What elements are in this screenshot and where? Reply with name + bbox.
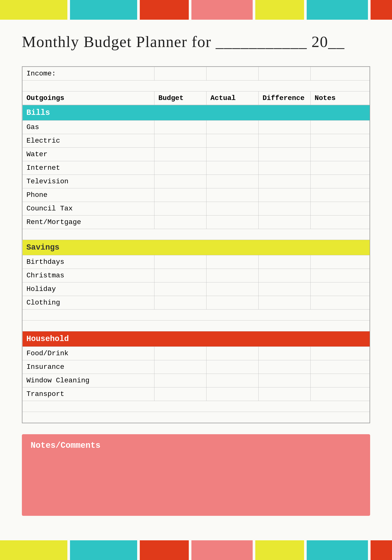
- rent-mortgage-row: Rent/Mortgage: [22, 215, 370, 229]
- header-notes: Notes: [311, 91, 370, 105]
- birthdays-notes: [311, 255, 370, 269]
- income-notes: [311, 67, 370, 80]
- bar-yellow-2: [255, 0, 304, 20]
- clothing-difference: [259, 296, 311, 310]
- birthdays-label: Birthdays: [22, 255, 154, 269]
- water-difference: [259, 148, 311, 161]
- internet-difference: [259, 161, 311, 175]
- income-difference: [259, 67, 311, 80]
- transport-notes: [311, 387, 370, 401]
- christmas-difference: [259, 269, 311, 282]
- internet-notes: [311, 161, 370, 175]
- food-drink-notes: [311, 347, 370, 360]
- council-tax-difference: [259, 202, 311, 215]
- rent-mortgage-budget: [154, 215, 207, 229]
- holiday-notes: [311, 282, 370, 296]
- rent-mortgage-actual: [207, 215, 259, 229]
- rent-mortgage-notes: [311, 215, 370, 229]
- spacer-savings-extra: [22, 310, 370, 320]
- income-actual: [207, 67, 259, 80]
- notes-comments-content[interactable]: [29, 455, 363, 511]
- birthdays-row: Birthdays: [22, 255, 370, 269]
- insurance-label: Insurance: [22, 360, 154, 374]
- bottom-bar-red-2: [371, 540, 392, 560]
- bills-category-header: Bills: [22, 105, 370, 120]
- holiday-budget: [154, 282, 207, 296]
- spacer-household-extra2: [22, 412, 370, 423]
- television-difference: [259, 175, 311, 188]
- clothing-row: Clothing: [22, 296, 370, 310]
- council-tax-actual: [207, 202, 259, 215]
- electric-notes: [311, 134, 370, 148]
- header-actual: Actual: [207, 91, 259, 105]
- spacer-bills-savings: [22, 229, 370, 240]
- television-notes: [311, 175, 370, 188]
- internet-actual: [207, 161, 259, 175]
- gas-row: Gas: [22, 120, 370, 134]
- bottom-bar-teal-2: [307, 540, 368, 560]
- transport-difference: [259, 387, 311, 401]
- clothing-notes: [311, 296, 370, 310]
- rent-mortgage-difference: [259, 215, 311, 229]
- transport-row: Transport: [22, 387, 370, 401]
- gas-notes: [311, 120, 370, 134]
- bottom-bar-pink-1: [191, 540, 253, 560]
- internet-row: Internet: [22, 161, 370, 175]
- spacer-household-extra1: [22, 401, 370, 412]
- water-row: Water: [22, 148, 370, 161]
- page-title: Monthly Budget Planner for ___________ 2…: [0, 20, 392, 60]
- window-cleaning-actual: [207, 374, 259, 387]
- water-notes: [311, 148, 370, 161]
- phone-notes: [311, 188, 370, 202]
- food-drink-label: Food/Drink: [22, 347, 154, 360]
- transport-budget: [154, 387, 207, 401]
- window-cleaning-difference: [259, 374, 311, 387]
- birthdays-actual: [207, 255, 259, 269]
- bar-yellow-1: [0, 0, 67, 20]
- clothing-label: Clothing: [22, 296, 154, 310]
- council-tax-notes: [311, 202, 370, 215]
- holiday-actual: [207, 282, 259, 296]
- holiday-row: Holiday: [22, 282, 370, 296]
- christmas-actual: [207, 269, 259, 282]
- water-budget: [154, 148, 207, 161]
- insurance-notes: [311, 360, 370, 374]
- header-outgoings: Outgoings: [22, 91, 154, 105]
- window-cleaning-budget: [154, 374, 207, 387]
- budget-table: Income: Outgoings Budget Actual Differen…: [22, 67, 370, 423]
- food-drink-budget: [154, 347, 207, 360]
- food-drink-row: Food/Drink: [22, 347, 370, 360]
- bar-red-2: [371, 0, 392, 20]
- holiday-difference: [259, 282, 311, 296]
- transport-label: Transport: [22, 387, 154, 401]
- spacer-savings-extra2: [22, 320, 370, 331]
- transport-actual: [207, 387, 259, 401]
- phone-row: Phone: [22, 188, 370, 202]
- council-tax-budget: [154, 202, 207, 215]
- television-label: Television: [22, 175, 154, 188]
- water-actual: [207, 148, 259, 161]
- header-budget: Budget: [154, 91, 207, 105]
- savings-category-header: Savings: [22, 240, 370, 255]
- television-budget: [154, 175, 207, 188]
- household-label: Household: [22, 331, 370, 347]
- page: Monthly Budget Planner for ___________ 2…: [0, 0, 392, 560]
- bar-pink-1: [191, 0, 253, 20]
- christmas-label: Christmas: [22, 269, 154, 282]
- electric-difference: [259, 134, 311, 148]
- water-label: Water: [22, 148, 154, 161]
- window-cleaning-label: Window Cleaning: [22, 374, 154, 387]
- birthdays-budget: [154, 255, 207, 269]
- bottom-color-bar: [0, 540, 392, 560]
- bottom-bar-yellow-1: [0, 540, 67, 560]
- bills-label: Bills: [22, 105, 370, 120]
- internet-budget: [154, 161, 207, 175]
- bar-teal-2: [307, 0, 368, 20]
- food-drink-actual: [207, 347, 259, 360]
- title-dateline: ___________ 20__: [216, 33, 345, 50]
- gas-budget: [154, 120, 207, 134]
- phone-actual: [207, 188, 259, 202]
- household-category-header: Household: [22, 331, 370, 347]
- clothing-budget: [154, 296, 207, 310]
- bottom-bar-teal-1: [70, 540, 137, 560]
